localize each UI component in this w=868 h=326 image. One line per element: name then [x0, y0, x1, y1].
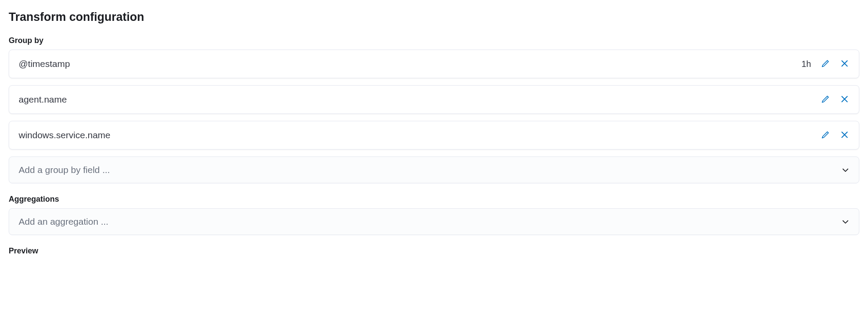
pencil-icon: [821, 95, 830, 105]
group-by-field-label: @timestamp: [19, 59, 70, 69]
group-by-section: Group by @timestamp 1h: [9, 36, 859, 183]
preview-section: Preview: [9, 246, 859, 256]
page-title: Transform configuration: [9, 10, 859, 24]
close-icon: [840, 130, 849, 140]
group-by-item-actions: 1h: [802, 59, 849, 69]
close-icon: [840, 59, 849, 69]
pencil-icon: [821, 130, 830, 140]
remove-button[interactable]: [840, 130, 849, 140]
group-by-field-label: agent.name: [19, 94, 67, 105]
group-by-add-combobox[interactable]: Add a group by field ...: [9, 156, 859, 183]
group-by-item-timestamp: @timestamp 1h: [9, 50, 859, 78]
edit-button[interactable]: [821, 59, 830, 69]
close-icon: [840, 95, 849, 105]
group-by-item-actions: [821, 130, 849, 140]
edit-button[interactable]: [821, 95, 830, 104]
combobox-placeholder: Add a group by field ...: [19, 165, 110, 175]
edit-button[interactable]: [821, 130, 830, 140]
aggregations-label: Aggregations: [9, 195, 859, 204]
chevron-down-icon: [842, 166, 849, 174]
combobox-placeholder: Add an aggregation ...: [19, 216, 109, 227]
group-by-item-actions: [821, 95, 849, 104]
preview-label: Preview: [9, 246, 859, 256]
chevron-down-icon: [842, 218, 849, 226]
group-by-field-label: windows.service.name: [19, 130, 110, 140]
group-by-item-agent-name: agent.name: [9, 85, 859, 114]
interval-badge: 1h: [802, 59, 811, 69]
pencil-icon: [821, 59, 830, 69]
group-by-item-windows-service-name: windows.service.name: [9, 121, 859, 150]
group-by-list: @timestamp 1h: [9, 50, 859, 150]
remove-button[interactable]: [840, 95, 849, 104]
aggregations-section: Aggregations Add an aggregation ...: [9, 195, 859, 235]
group-by-label: Group by: [9, 36, 859, 45]
remove-button[interactable]: [840, 59, 849, 69]
aggregations-add-combobox[interactable]: Add an aggregation ...: [9, 208, 859, 235]
